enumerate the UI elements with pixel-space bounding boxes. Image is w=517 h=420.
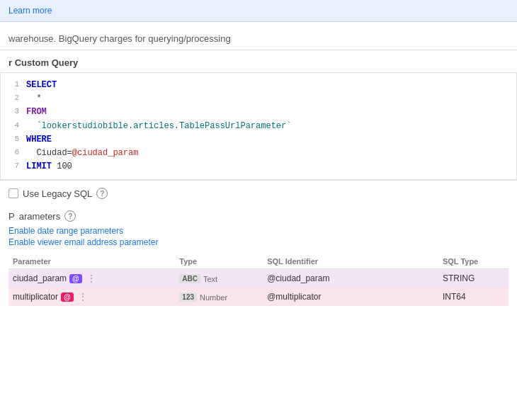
param-name-cell-2: multiplicator @ ⋮ xyxy=(8,288,175,306)
param-name-1: ciudad_param xyxy=(13,273,67,283)
code-line-3: 3 FROM xyxy=(1,106,516,119)
th-type: Type xyxy=(175,254,263,269)
type-label-1: Text xyxy=(203,275,217,283)
sql-type-2: INT64 xyxy=(443,292,466,302)
params-label-row: Parameters ? xyxy=(8,210,509,222)
dots-menu-2[interactable]: ⋮ xyxy=(76,291,89,302)
enable-viewer-email-row[interactable]: Enable viewer email address parameter xyxy=(8,237,509,247)
sql-type-cell-1: STRING xyxy=(438,269,509,288)
custom-query-title: r Custom Query xyxy=(0,50,517,72)
th-sql-identifier: SQL Identifier xyxy=(263,254,438,269)
options-section: Use Legacy SQL ? xyxy=(0,180,517,210)
legacy-sql-checkbox[interactable] xyxy=(8,188,18,198)
parameters-section: Parameters ? Enable date range parameter… xyxy=(0,210,517,312)
type-cell-1: ABC Text xyxy=(175,269,263,288)
learn-more-link[interactable]: Learn more xyxy=(8,6,52,16)
sql-type-1: STRING xyxy=(443,273,475,283)
type-icon-1: ABC xyxy=(179,274,200,283)
info-bar: Learn more xyxy=(0,0,517,22)
code-line-7: 7 LIMIT 100 xyxy=(1,160,516,174)
sql-id-cell-1: @ciudad_param xyxy=(263,269,438,288)
code-line-5: 5 WHERE xyxy=(1,133,516,147)
legacy-sql-label: Use Legacy SQL xyxy=(23,188,92,199)
at-badge-2: @ xyxy=(61,293,74,302)
param-name-cell-1: ciudad_param @ ⋮ xyxy=(8,269,175,288)
type-cell-2: 123 Number xyxy=(175,288,263,306)
sql-type-cell-2: INT64 xyxy=(438,288,509,306)
sql-id-2: @multiplicator xyxy=(267,292,321,302)
description-text: warehouse. BigQuery charges for querying… xyxy=(8,33,231,44)
dots-menu-1[interactable]: ⋮ xyxy=(85,273,98,284)
parameters-table: Parameter Type SQL Identifier SQL Type c… xyxy=(8,254,509,306)
type-label-2: Number xyxy=(200,293,227,302)
code-line-2: 2 * xyxy=(1,92,516,106)
table-row: ciudad_param @ ⋮ ABC Text @ciudad_param … xyxy=(8,269,509,288)
enable-date-range-label: Enable date range parameters xyxy=(8,226,123,236)
code-line-1: 1 SELECT xyxy=(1,79,516,92)
sql-id-cell-2: @multiplicator xyxy=(263,288,438,306)
description-section: warehouse. BigQuery charges for querying… xyxy=(0,22,517,50)
params-help-icon[interactable]: ? xyxy=(64,210,76,222)
at-badge-1: @ xyxy=(69,274,82,283)
code-line-6: 6 Ciudad=@ciudad_param xyxy=(1,147,516,160)
sql-id-1: @ciudad_param xyxy=(267,273,329,283)
legacy-sql-row: Use Legacy SQL ? xyxy=(8,188,509,199)
params-label-text: P xyxy=(8,211,15,222)
enable-date-range-row[interactable]: Enable date range parameters xyxy=(8,226,509,236)
table-header-row: Parameter Type SQL Identifier SQL Type xyxy=(8,254,509,269)
table-row: multiplicator @ ⋮ 123 Number @multiplica… xyxy=(8,288,509,306)
param-name-2: multiplicator xyxy=(13,292,58,302)
code-line-4: 4 `lookerstudiobible.articles.TablePassU… xyxy=(1,120,516,133)
enable-viewer-email-label: Enable viewer email address parameter xyxy=(8,237,158,247)
th-parameter: Parameter xyxy=(8,254,175,269)
legacy-sql-help-icon[interactable]: ? xyxy=(96,188,108,199)
code-editor[interactable]: 1 SELECT 2 * 3 FROM 4 `lookerstudiobible… xyxy=(0,72,517,180)
type-icon-2: 123 xyxy=(179,293,197,302)
th-sql-type: SQL Type xyxy=(438,254,509,269)
